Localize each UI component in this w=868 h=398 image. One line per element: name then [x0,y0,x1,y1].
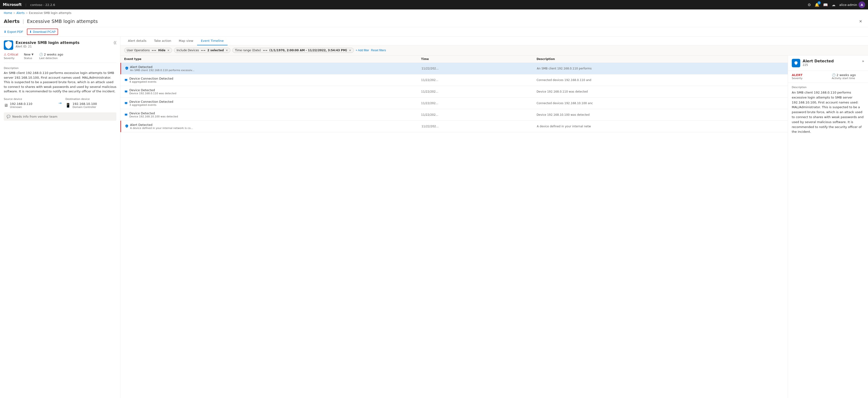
filter3-key: Time range (Date) [235,49,261,52]
event-icon [124,78,128,82]
filter3-val: (1/1/1970, 2:00:00 AM - 11/22/2022, 3:54… [269,49,347,52]
book-icon[interactable]: 📖 [823,3,828,7]
dest-device-block: Destination device 📱 192.168.10.100 Doma… [65,97,116,109]
breadcrumb-sep2: > [26,11,28,15]
cloud-icon[interactable]: ☁ [832,3,835,7]
user-avatar: A [859,1,865,8]
table-row[interactable]: Device Detected Device 192.168.0.110 was… [120,86,788,97]
close-button[interactable]: ✕ [857,18,864,25]
filters-bar: User Operations == Hide ✕ Include Device… [120,45,868,56]
status-label: Status [24,57,33,60]
download-pcap-button[interactable]: ⬇ Download PCAP [27,29,58,35]
table-row[interactable]: ! Alert Detected A device defined in you… [120,121,788,132]
right-panel: Alert details Take action Map view Event… [120,37,868,398]
svg-rect-8 [126,92,126,93]
event-subtitle: An SMB client 192.168.0.110 performs exc… [130,69,194,72]
tab-alert-details[interactable]: Alert details [124,37,150,45]
reset-filters-button[interactable]: Reset filters [371,49,386,52]
event-subtitle: Device 192.168.10.100 was detected [129,115,178,118]
detail-desc-label: Description [792,86,864,89]
event-desc: An SMB client 192.168.0.110 performs [537,67,784,70]
severity-value: ⚠ Critical [4,53,18,56]
breadcrumb-alerts[interactable]: Alerts [17,11,25,15]
last-detection-value: 🕐 2 weeks ago [39,53,63,56]
add-filter-button[interactable]: + Add filter [356,49,369,52]
topnav-icons: ⚙ 🔔 0 📖 ☁ alice-admin A [808,1,865,8]
tab-map-view[interactable]: Map view [175,37,197,45]
breadcrumb-home[interactable]: Home [4,11,12,15]
svg-rect-15 [125,114,127,115]
event-type: Device Connection Detected [129,77,173,80]
tab-event-timeline[interactable]: Event Timeline [197,37,227,45]
detail-description-section: Description An SMB client 192.168.0.110 … [788,83,868,137]
table-row[interactable]: Device Connection Detected 4 aggregated … [120,75,788,86]
filter1-remove-button[interactable]: ✕ [167,49,169,52]
detail-panel-header: Alert Detected 225 » [788,56,868,71]
detail-expand-icon[interactable]: » [862,59,864,63]
breadcrumb: Home > Alerts > Excessive SMB login atte… [0,9,868,17]
detail-time-item: 🕐 2 weeks ago Activity start time [828,71,868,83]
toolbar: ⬇ Export PDF ⬇ Download PCAP [0,27,868,37]
event-subtitle: Device 192.168.0.110 was detected [129,92,176,95]
col-event-type: Event type [124,57,421,61]
source-device-label: Source device [4,97,55,101]
settings-icon[interactable]: ⚙ [808,3,811,7]
detail-id: 225 [803,63,834,66]
left-panel: ! Excessive SMB login attempts Alert ID:… [0,37,120,398]
table-row[interactable]: ! Alert Detected An SMB client 192.168.0… [120,63,788,75]
event-type: Alert Detected [130,65,194,69]
export-pdf-label: Export PDF [7,30,23,33]
filter2-key: Include Devices [177,49,199,52]
breadcrumb-current: Excessive SMB login attempts [29,11,71,15]
devices-section: Source device 🖥 192.168.0.110 Unknown → … [4,97,116,109]
dest-device-icon: 📱 [65,103,70,108]
table-row[interactable]: Device Detected Device 192.168.10.100 wa… [120,109,788,121]
filter1-op: == [151,49,157,52]
event-type: Device Detected [129,88,176,92]
table-row[interactable]: Device Connection Detected 3 aggregated … [120,97,788,109]
detail-desc-text: An SMB client 192.168.0.110 performs exc… [792,90,864,134]
collapse-button[interactable]: ⟨⟨ [114,40,116,45]
svg-rect-13 [125,104,127,104]
source-device-icon: 🖥 [4,103,8,108]
last-detection-label: Last detection [39,57,63,60]
filter3-remove-button[interactable]: ✕ [349,49,351,52]
clock-icon: 🕐 [39,53,43,56]
event-desc: Device 192.168.10.100 was detected [536,113,784,116]
filter2-remove-button[interactable]: ✕ [226,49,228,52]
last-detection-meta: 🕐 2 weeks ago Last detection [39,53,63,60]
tab-take-action[interactable]: Take action [150,37,175,45]
source-device-ip[interactable]: 192.168.0.110 [10,102,32,106]
filter2-op: == [200,49,207,52]
event-icon: ! [125,66,129,71]
export-pdf-icon: ⬇ [4,30,6,33]
event-icon: ! [125,124,129,129]
filter1-val: Hide [158,49,165,52]
event-subtitle: A device defined in your internal networ… [130,126,193,130]
svg-rect-9 [125,92,127,93]
comment-icon: 💬 [7,115,10,118]
status-value[interactable]: New ▼ [24,53,33,56]
dest-device-info: 📱 192.168.10.100 Domain Controller [65,102,116,109]
filter-chip-user-operations: User Operations == Hide ✕ [124,48,172,53]
dest-device-ip[interactable]: 192.168.10.100 [72,102,97,106]
alert-title-block: Excessive SMB login attempts Alert ID: 2… [16,40,80,48]
detail-shield-icon [792,59,800,67]
detail-time-value: 🕐 2 weeks ago [832,73,864,77]
status-meta: New ▼ Status [24,53,33,60]
alert-header: ! Excessive SMB login attempts Alert ID:… [4,40,116,50]
page-header: Alerts | Excessive SMB login attempts ✕ [0,17,868,27]
page-title-sep: | [23,19,24,24]
event-type: Device Connection Detected [129,100,173,104]
svg-rect-12 [126,104,126,104]
svg-text:!: ! [7,42,9,48]
col-description: Description [536,57,784,61]
event-rows: ! Alert Detected An SMB client 192.168.0… [120,63,788,132]
notification-icon[interactable]: 🔔 0 [815,3,819,7]
source-device-type: Unknown [10,106,32,109]
export-pdf-button[interactable]: ⬇ Export PDF [4,29,23,34]
svg-text:!: ! [126,125,127,127]
event-time: 11/22/202... [421,90,536,93]
user-menu[interactable]: alice-admin A [839,1,865,8]
status-chevron-icon: ▼ [31,53,33,56]
